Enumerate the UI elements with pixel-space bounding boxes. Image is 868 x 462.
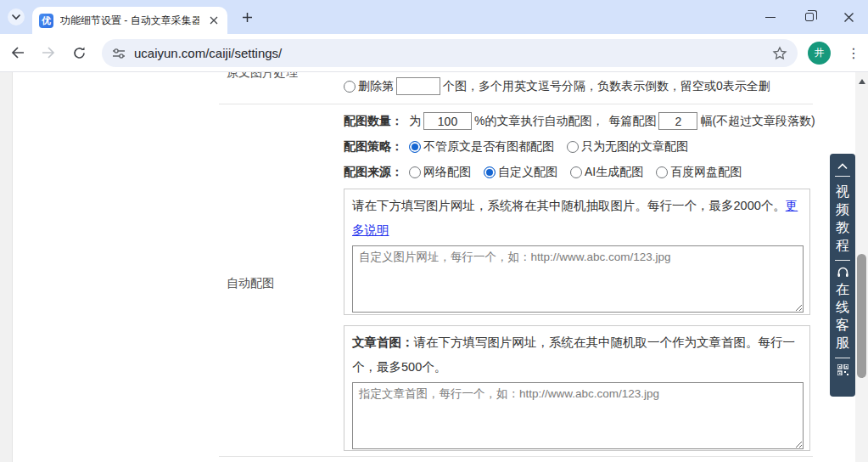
strategy-radio-all[interactable] (409, 141, 421, 153)
scrollbar-thumb[interactable] (857, 254, 866, 378)
row-divider (219, 104, 813, 104)
page-scrollbar[interactable] (855, 72, 868, 462)
first-image-instruction-text: 请在下方填写图片网址，系统在其中随机取一个作为文章首图。每行一个，最多500个。 (352, 335, 795, 374)
source-radio-web[interactable] (409, 166, 421, 178)
count-text-1: 为 (409, 114, 421, 129)
source-option-label: 网络配图 (423, 165, 471, 180)
minimize-icon (765, 17, 776, 18)
qr-code-icon (837, 364, 848, 375)
close-icon (210, 16, 218, 25)
delete-image-radio[interactable] (344, 81, 356, 93)
tab-title: 功能细节设置 - 自动文章采集器 (60, 14, 199, 28)
strategy-label: 配图策略： (344, 139, 403, 155)
custom-image-instruction: 请在下方填写图片网址，系统将在其中随机抽取图片。每行一个，最多2000个。更多说… (352, 194, 802, 243)
custom-image-urls-textarea[interactable] (352, 245, 804, 313)
source-radio-baidu-pan[interactable] (656, 166, 668, 178)
first-image-box: 文章首图：请在下方填写图片网址，系统在其中随机取一个作为文章首图。每行一个，最多… (344, 325, 810, 451)
reload-button[interactable] (66, 40, 92, 65)
profile-avatar[interactable]: 井 (808, 42, 831, 65)
source-option-label: AI生成配图 (585, 165, 643, 180)
window-controls (751, 0, 868, 34)
percent-input[interactable] (423, 112, 472, 130)
strategy-radio-no-image-only[interactable] (567, 141, 579, 153)
first-image-label: 文章首图： (352, 335, 414, 349)
custom-image-instruction-text: 请在下方填写图片网址，系统将在其中随机抽取图片。每行一个，最多2000个。 (352, 199, 786, 212)
minimize-button[interactable] (751, 0, 790, 34)
delete-image-index-input[interactable] (396, 77, 440, 95)
star-icon (772, 46, 787, 61)
table-bottom-border (219, 456, 813, 457)
site-settings-icon (112, 48, 126, 59)
tab-close-button[interactable] (207, 14, 221, 27)
panel-divider (835, 260, 850, 261)
source-label: 配图来源： (344, 165, 403, 180)
address-bar[interactable]: ucaiyun.com/caiji/settings/ (102, 39, 798, 67)
headset-icon (837, 267, 849, 279)
close-icon (843, 12, 854, 23)
per-article-input[interactable] (658, 112, 697, 130)
image-source-row: 配图来源： 网络配图 自定义配图 AI生成配图 百度网盘配图 (344, 165, 754, 180)
forward-arrow-icon (41, 46, 56, 59)
chevron-down-icon (11, 14, 21, 20)
count-text-3: 每篇配图 (608, 114, 656, 129)
url-text: ucaiyun.com/caiji/settings/ (134, 46, 282, 60)
plus-icon (242, 12, 253, 23)
left-gutter (0, 72, 13, 462)
first-image-urls-textarea[interactable] (352, 382, 804, 449)
delete-image-prefix: 删除第 (358, 79, 394, 94)
browser-titlebar: 优 功能细节设置 - 自动文章采集器 (0, 0, 868, 34)
source-option-label: 自定义配图 (498, 165, 557, 180)
browser-menu-button[interactable]: ⋮ (843, 42, 864, 65)
back-arrow-icon (10, 46, 25, 59)
count-text-4: 幅(不超过文章段落数) (700, 114, 815, 129)
floating-side-panel: 视频教程 在线客服 (830, 154, 855, 397)
image-strategy-row: 配图策略： 不管原文是否有图都配图 只为无图的文章配图 (344, 139, 701, 155)
forward-button[interactable] (36, 40, 61, 65)
chevron-up-icon (837, 162, 848, 170)
tab-search-button[interactable] (8, 8, 25, 25)
count-text-2: %的文章执行自动配图， (474, 114, 603, 129)
close-window-button[interactable] (829, 0, 868, 34)
site-favicon-icon: 优 (39, 14, 53, 28)
image-count-row: 配图数量： 为 %的文章执行自动配图， 每篇配图 幅(不超过文章段落数) (344, 112, 815, 130)
back-to-top-button[interactable] (837, 162, 848, 170)
row-label-auto-image: 自动配图 (227, 276, 274, 291)
source-radio-ai[interactable] (570, 166, 582, 178)
reload-icon (72, 46, 87, 60)
first-image-instruction: 文章首图：请在下方填写图片网址，系统在其中随机取一个作为文章首图。每行一个，最多… (352, 330, 802, 380)
scroll-up-arrow[interactable] (859, 79, 865, 84)
browser-toolbar: ucaiyun.com/caiji/settings/ 井 ⋮ (0, 34, 868, 72)
delete-image-suffix: 个图，多个用英文逗号分隔，负数表示倒数，留空或0表示全删 (443, 79, 770, 94)
back-button[interactable] (5, 40, 31, 65)
source-radio-custom[interactable] (484, 166, 496, 178)
panel-divider (835, 358, 850, 358)
custom-image-box: 请在下方填写图片网址，系统将在其中随机抽取图片。每行一个，最多2000个。更多说… (344, 189, 810, 315)
video-tutorial-button[interactable]: 视频教程 (835, 183, 850, 254)
browser-chrome: 优 功能细节设置 - 自动文章采集器 (0, 0, 868, 72)
restore-button[interactable] (790, 0, 829, 34)
source-option-label: 百度网盘配图 (670, 165, 742, 180)
delete-image-row: 删除第 个图，多个用英文逗号分隔，负数表示倒数，留空或0表示全删 (344, 77, 770, 95)
image-count-label: 配图数量： (344, 114, 403, 129)
restore-icon (805, 13, 814, 21)
browser-tab[interactable]: 优 功能细节设置 - 自动文章采集器 (32, 7, 227, 34)
panel-divider (835, 176, 850, 177)
online-service-button[interactable]: 在线客服 (835, 280, 850, 352)
qr-code-button[interactable] (837, 364, 848, 375)
strategy-option-label: 不管原文是否有图都配图 (423, 139, 554, 155)
bookmark-star-button[interactable] (772, 46, 787, 61)
settings-page: 原文图片处理 删除第 个图，多个用英文逗号分隔，负数表示倒数，留空或0表示全删 … (0, 72, 868, 462)
strategy-option-label: 只为无图的文章配图 (581, 139, 688, 155)
new-tab-button[interactable] (239, 9, 255, 25)
